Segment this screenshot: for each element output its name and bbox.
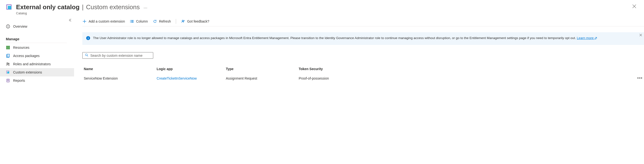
svg-point-31: [88, 37, 88, 38]
feedback-button[interactable]: Got feedback?: [181, 19, 209, 23]
cell-type: Assignment Request: [226, 76, 299, 80]
sidebar-item-label: Access packages: [13, 54, 40, 58]
svg-rect-23: [130, 20, 131, 21]
sidebar-item-resources[interactable]: Resources: [6, 43, 74, 52]
svg-rect-4: [8, 26, 8, 27]
close-button[interactable]: [630, 3, 638, 10]
toolbar-label: Add a custom extension: [89, 19, 125, 23]
svg-rect-6: [8, 46, 8, 47]
add-extension-button[interactable]: Add a custom extension: [82, 19, 125, 23]
info-icon: [86, 36, 90, 41]
svg-rect-13: [9, 48, 10, 49]
svg-rect-19: [7, 72, 9, 73]
svg-point-3: [8, 25, 8, 26]
sidebar-item-roles-administrators[interactable]: Roles and administrators: [6, 60, 74, 68]
column-button[interactable]: Column: [130, 19, 148, 23]
grid-icon: [6, 45, 10, 50]
row-actions-button[interactable]: •••: [633, 76, 642, 81]
search-box[interactable]: [82, 52, 153, 59]
cell-name: ServiceNow Extension: [84, 76, 157, 80]
page-header: External only catalog | Custom extension…: [0, 0, 644, 17]
table-row: ServiceNow Extension CreateTicketInServi…: [82, 73, 644, 83]
sidebar: Overview Manage Resources Access packag: [0, 17, 74, 85]
report-icon: [6, 78, 10, 83]
toolbar-separator: [176, 19, 176, 24]
extensions-table: Name Logic app Type Token Security Servi…: [82, 65, 644, 83]
info-banner-message: The User Administrator role is no longer…: [93, 36, 576, 40]
toolbar-label: Refresh: [159, 19, 171, 23]
page-subtitle: Custom extensions: [86, 3, 140, 11]
breadcrumb: Catalog: [16, 11, 630, 15]
svg-rect-26: [131, 21, 134, 21]
svg-point-33: [86, 54, 88, 56]
toolbar-label: Column: [136, 19, 148, 23]
cell-token-security: Proof-of-possession: [299, 76, 633, 80]
svg-point-29: [182, 20, 183, 21]
svg-rect-28: [131, 22, 134, 22]
learn-more-link[interactable]: Learn more: [577, 36, 597, 40]
col-logic-app[interactable]: Logic app: [157, 67, 226, 71]
plus-icon: [82, 19, 87, 23]
sidebar-item-label: Roles and administrators: [13, 62, 51, 66]
svg-rect-22: [7, 81, 9, 81]
columns-icon: [130, 19, 134, 23]
svg-rect-5: [6, 46, 7, 47]
refresh-icon: [153, 19, 157, 23]
svg-rect-1: [8, 6, 11, 9]
svg-rect-8: [6, 47, 7, 48]
collapse-sidebar-button[interactable]: [68, 18, 72, 22]
banner-close-button[interactable]: [640, 33, 642, 38]
more-actions-button[interactable]: ⋯: [142, 5, 149, 10]
svg-rect-32: [88, 38, 88, 39]
page-title: External only catalog: [16, 3, 80, 11]
main-content: Add a custom extension Column: [74, 17, 644, 85]
toolbar-label: Got feedback?: [187, 19, 209, 23]
sidebar-item-reports[interactable]: Reports: [6, 76, 74, 85]
toolbar: Add a custom extension Column: [82, 17, 644, 26]
svg-rect-7: [9, 46, 10, 47]
svg-point-16: [7, 63, 8, 64]
svg-rect-15: [7, 54, 10, 57]
svg-rect-27: [130, 22, 131, 22]
package-icon: [6, 54, 10, 58]
table-header-row: Name Logic app Type Token Security: [82, 65, 644, 73]
extension-icon: [6, 70, 10, 74]
sidebar-item-label: Resources: [13, 46, 30, 49]
search-input[interactable]: [90, 54, 150, 57]
svg-rect-21: [7, 80, 9, 80]
sidebar-item-label: Reports: [13, 79, 25, 82]
sidebar-item-label: Custom extensions: [13, 70, 42, 74]
col-name[interactable]: Name: [84, 67, 157, 71]
svg-rect-25: [130, 21, 131, 21]
svg-rect-24: [131, 20, 134, 21]
sidebar-item-custom-extensions[interactable]: Custom extensions: [0, 68, 74, 76]
cell-logic-app-link[interactable]: CreateTicketInServiceNow: [157, 76, 226, 80]
svg-point-17: [8, 63, 9, 64]
col-token-security[interactable]: Token Security: [299, 67, 633, 71]
sidebar-item-access-packages[interactable]: Access packages: [6, 52, 74, 60]
catalog-icon: [6, 4, 13, 11]
col-type[interactable]: Type: [226, 67, 299, 71]
people-icon: [6, 62, 10, 66]
sidebar-heading-manage: Manage: [6, 35, 67, 43]
info-icon: [6, 24, 10, 29]
sidebar-item-overview[interactable]: Overview: [6, 22, 74, 30]
info-banner: The User Administrator role is no longer…: [82, 32, 644, 45]
svg-rect-9: [8, 47, 8, 48]
info-banner-text: The User Administrator role is no longer…: [93, 36, 597, 40]
search-icon: [85, 53, 88, 57]
sidebar-item-label: Overview: [13, 24, 27, 28]
svg-rect-12: [8, 48, 8, 49]
refresh-button[interactable]: Refresh: [153, 19, 171, 23]
svg-rect-10: [9, 47, 10, 48]
feedback-icon: [181, 19, 185, 23]
svg-rect-11: [6, 48, 7, 49]
title-divider: |: [82, 3, 84, 11]
